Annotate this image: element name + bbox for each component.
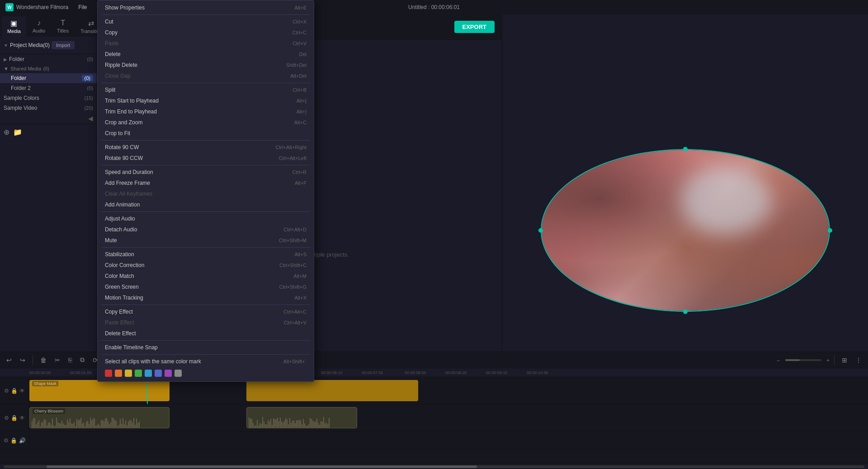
ctx-sep-1 <box>101 14 310 15</box>
ctx-close-gap: Close Gap Alt+Del <box>98 70 314 81</box>
ctx-stabilization-label: Stabilization <box>105 251 134 258</box>
swatch-purple[interactable] <box>165 370 172 377</box>
ctx-paste-label: Paste <box>105 40 119 47</box>
ctx-sep-2 <box>101 83 310 83</box>
ctx-color-match-shortcut: Alt+M <box>294 273 307 279</box>
ctx-ripple-delete[interactable]: Ripple Delete Shift+Del <box>98 60 314 70</box>
ctx-crop-zoom-shortcut: Alt+C <box>294 120 307 125</box>
swatch-yellow[interactable] <box>125 370 132 377</box>
ctx-delete-effect[interactable]: Delete Effect <box>98 328 314 339</box>
ctx-ripple-delete-shortcut: Shift+Del <box>286 62 307 68</box>
ctx-show-properties-label: Show Properties <box>105 5 145 11</box>
ctx-copy[interactable]: Copy Ctrl+C <box>98 27 314 38</box>
ctx-copy-label: Copy <box>105 29 118 36</box>
ctx-speed-duration-shortcut: Ctrl+R <box>292 169 307 175</box>
ctx-ripple-delete-label: Ripple Delete <box>105 62 137 68</box>
context-menu: Show Properties Alt+E Cut Ctrl+X Copy Ct… <box>97 0 314 382</box>
ctx-delete-shortcut: Del <box>299 52 307 57</box>
ctx-paste: Paste Ctrl+V <box>98 38 314 49</box>
ctx-crop-fit[interactable]: Crop to Fit <box>98 128 314 139</box>
ctx-motion-tracking-label: Motion Tracking <box>105 295 143 301</box>
ctx-delete-effect-label: Delete Effect <box>105 330 136 337</box>
ctx-detach-audio[interactable]: Detach Audio Ctrl+Alt+D <box>98 224 314 235</box>
ctx-green-screen[interactable]: Green Screen Ctrl+Shift+G <box>98 281 314 292</box>
swatch-red[interactable] <box>105 370 112 377</box>
ctx-paste-effect-shortcut: Ctrl+Alt+V <box>284 320 307 325</box>
color-swatches-row <box>98 367 314 380</box>
ctx-freeze-frame-shortcut: Alt+F <box>295 180 307 186</box>
ctx-trim-start[interactable]: Trim Start to Playhead Alt+[ <box>98 95 314 106</box>
ctx-select-color-mark[interactable]: Select all clips with the same color mar… <box>98 356 314 367</box>
ctx-rotate-ccw-shortcut: Ctrl+Alt+Left <box>279 155 307 161</box>
ctx-stabilization[interactable]: Stabilization Alt+S <box>98 249 314 260</box>
ctx-split[interactable]: Split Ctrl+B <box>98 84 314 95</box>
ctx-mute-shortcut: Ctrl+Shift+M <box>279 238 307 243</box>
ctx-adjust-audio-label: Adjust Audio <box>105 216 135 222</box>
ctx-sep-9 <box>101 354 310 355</box>
swatch-gray[interactable] <box>175 370 182 377</box>
ctx-split-shortcut: Ctrl+B <box>292 87 307 93</box>
ctx-color-correction-label: Color Correction <box>105 262 144 268</box>
ctx-freeze-frame[interactable]: Add Freeze Frame Alt+F <box>98 178 314 188</box>
ctx-copy-effect[interactable]: Copy Effect Ctrl+Alt+C <box>98 306 314 317</box>
ctx-color-correction-shortcut: Ctrl+Shift+C <box>279 263 307 268</box>
ctx-delete[interactable]: Delete Del <box>98 49 314 60</box>
ctx-green-screen-label: Green Screen <box>105 284 139 290</box>
swatch-blue[interactable] <box>145 370 152 377</box>
ctx-clear-keyframes: Clear All Keyframes <box>98 188 314 199</box>
ctx-mute-label: Mute <box>105 237 117 244</box>
ctx-crop-fit-label: Crop to Fit <box>105 130 130 136</box>
ctx-delete-label: Delete <box>105 51 121 57</box>
ctx-copy-shortcut: Ctrl+C <box>292 30 307 35</box>
ctx-select-color-mark-shortcut: Alt+Shift+` <box>283 359 307 364</box>
ctx-sep-5 <box>101 211 310 212</box>
ctx-mute[interactable]: Mute Ctrl+Shift+M <box>98 235 314 246</box>
ctx-paste-effect-label: Paste Effect <box>105 319 134 326</box>
ctx-paste-shortcut: Ctrl+V <box>292 41 307 46</box>
ctx-trim-end[interactable]: Trim End to Playhead Alt+] <box>98 106 314 117</box>
ctx-color-correction[interactable]: Color Correction Ctrl+Shift+C <box>98 260 314 271</box>
ctx-motion-tracking-shortcut: Alt+X <box>294 295 307 300</box>
ctx-clear-keyframes-label: Clear All Keyframes <box>105 191 152 197</box>
ctx-rotate-ccw-label: Rotate 90 CCW <box>105 155 143 161</box>
ctx-rotate-ccw[interactable]: Rotate 90 CCW Ctrl+Alt+Left <box>98 153 314 164</box>
ctx-adjust-audio[interactable]: Adjust Audio <box>98 213 314 224</box>
ctx-stabilization-shortcut: Alt+S <box>294 252 307 257</box>
ctx-rotate-cw[interactable]: Rotate 90 CW Ctrl+Alt+Right <box>98 142 314 153</box>
ctx-color-match-label: Color Match <box>105 273 134 279</box>
ctx-color-match[interactable]: Color Match Alt+M <box>98 271 314 281</box>
swatch-green[interactable] <box>135 370 142 377</box>
ctx-crop-zoom-label: Crop and Zoom <box>105 119 142 126</box>
ctx-motion-tracking[interactable]: Motion Tracking Alt+X <box>98 292 314 303</box>
ctx-close-gap-label: Close Gap <box>105 73 131 79</box>
ctx-freeze-frame-label: Add Freeze Frame <box>105 180 150 186</box>
ctx-trim-end-label: Trim End to Playhead <box>105 108 157 115</box>
ctx-cut-label: Cut <box>105 19 113 25</box>
ctx-crop-zoom[interactable]: Crop and Zoom Alt+C <box>98 117 314 128</box>
swatch-indigo[interactable] <box>155 370 162 377</box>
ctx-green-screen-shortcut: Ctrl+Shift+G <box>279 284 307 290</box>
ctx-rotate-cw-shortcut: Ctrl+Alt+Right <box>276 145 307 150</box>
ctx-select-color-mark-label: Select all clips with the same color mar… <box>105 358 201 365</box>
ctx-show-properties-shortcut: Alt+E <box>294 5 307 10</box>
ctx-paste-effect: Paste Effect Ctrl+Alt+V <box>98 317 314 328</box>
ctx-sep-8 <box>101 340 310 341</box>
ctx-enable-snap[interactable]: Enable Timeline Snap <box>98 342 314 353</box>
ctx-trim-start-label: Trim Start to Playhead <box>105 98 159 104</box>
ctx-speed-duration-label: Speed and Duration <box>105 169 153 175</box>
ctx-add-animation[interactable]: Add Animation <box>98 199 314 210</box>
ctx-enable-snap-label: Enable Timeline Snap <box>105 344 158 351</box>
ctx-copy-effect-label: Copy Effect <box>105 309 133 315</box>
ctx-trim-start-shortcut: Alt+[ <box>297 98 307 103</box>
ctx-speed-duration[interactable]: Speed and Duration Ctrl+R <box>98 167 314 178</box>
ctx-add-animation-label: Add Animation <box>105 202 140 208</box>
swatch-orange[interactable] <box>115 370 122 377</box>
ctx-cut[interactable]: Cut Ctrl+X <box>98 16 314 27</box>
ctx-sep-7 <box>101 305 310 305</box>
ctx-detach-audio-label: Detach Audio <box>105 226 137 233</box>
ctx-sep-4 <box>101 165 310 165</box>
ctx-sep-6 <box>101 247 310 248</box>
ctx-sep-3 <box>101 140 310 141</box>
ctx-show-properties[interactable]: Show Properties Alt+E <box>98 2 314 13</box>
ctx-cut-shortcut: Ctrl+X <box>292 19 307 24</box>
